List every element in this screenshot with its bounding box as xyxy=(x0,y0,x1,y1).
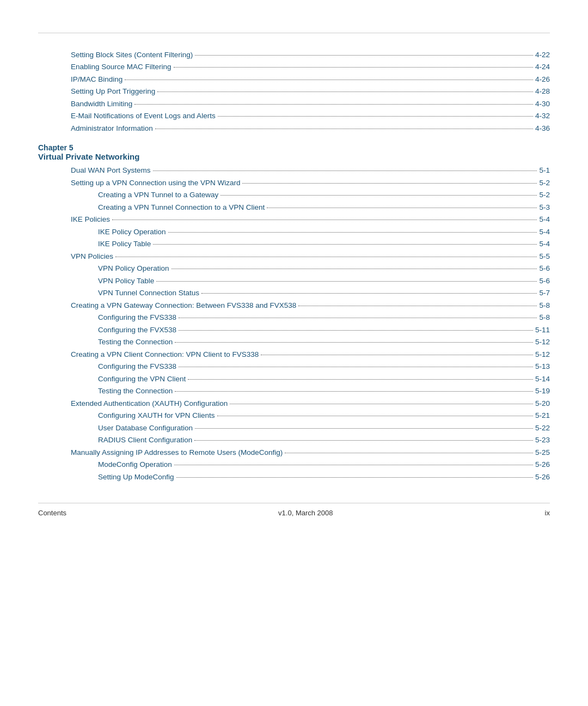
toc-link-ike-policy-table[interactable]: IKE Policy Table xyxy=(98,240,151,248)
toc-entry-modeconfig-operation[interactable]: ModeConfig Operation5-26 xyxy=(38,460,550,469)
toc-link-setting-up-modeconfig[interactable]: Setting Up ModeConfig xyxy=(98,473,174,481)
toc-after-chapter: Dual WAN Port Systems5-1Setting up a VPN… xyxy=(38,166,550,481)
toc-entry-vpn-policies[interactable]: VPN Policies5-5 xyxy=(38,251,550,260)
toc-entry-creating-vpn-client-connection[interactable]: Creating a VPN Client Connection: VPN Cl… xyxy=(38,349,550,358)
toc-link-ike-policies[interactable]: IKE Policies xyxy=(71,215,110,223)
toc-page-configuring-fvs338-1: 5-8 xyxy=(539,313,550,321)
toc-page-modeconfig-operation: 5-26 xyxy=(535,460,550,468)
toc-entry-extended-authentication[interactable]: Extended Authentication (XAUTH) Configur… xyxy=(38,398,550,407)
toc-entry-dual-wan-port[interactable]: Dual WAN Port Systems5-1 xyxy=(38,166,550,175)
toc-entry-configuring-xauth[interactable]: Configuring XAUTH for VPN Clients5-21 xyxy=(38,411,550,420)
toc-link-creating-vpn-tunnel-gateway[interactable]: Creating a VPN Tunnel to a Gateway xyxy=(98,191,218,199)
toc-entry-creating-vpn-gateway-connection[interactable]: Creating a VPN Gateway Connection: Betwe… xyxy=(38,300,550,309)
toc-dots-creating-vpn-client-connection xyxy=(261,348,533,355)
toc-entry-user-database-configuration[interactable]: User Database Configuration5-22 xyxy=(38,423,550,432)
toc-dots-user-database-configuration xyxy=(195,421,533,429)
toc-entry-setting-up-vpn[interactable]: Setting up a VPN Connection using the VP… xyxy=(38,178,550,187)
toc-entry-manually-assigning-ip[interactable]: Manually Assigning IP Addresses to Remot… xyxy=(38,447,550,457)
toc-entry-administrator-information[interactable]: Administrator Information4-36 xyxy=(38,123,550,132)
toc-link-user-database-configuration[interactable]: User Database Configuration xyxy=(98,424,193,432)
toc-dots-email-notifications xyxy=(218,109,533,117)
toc-page-vpn-policies: 5-5 xyxy=(539,252,550,260)
toc-entry-email-notifications[interactable]: E-Mail Notifications of Event Logs and A… xyxy=(38,111,550,120)
toc-entry-bandwidth-limiting[interactable]: Bandwidth Limiting4-30 xyxy=(38,99,550,108)
toc-link-vpn-policy-operation[interactable]: VPN Policy Operation xyxy=(98,264,169,272)
toc-entry-testing-connection-2[interactable]: Testing the Connection5-19 xyxy=(38,386,550,395)
toc-page-manually-assigning-ip: 5-25 xyxy=(535,448,550,457)
toc-entry-creating-vpn-tunnel-client[interactable]: Creating a VPN Tunnel Connection to a VP… xyxy=(38,202,550,211)
toc-dots-configuring-fvx538 xyxy=(179,323,533,331)
toc-entry-configuring-fvs338-1[interactable]: Configuring the FVS3385-8 xyxy=(38,313,550,322)
toc-page-testing-connection-2: 5-19 xyxy=(535,387,550,395)
toc-entry-radius-client-configuration[interactable]: RADIUS Client Configuration5-23 xyxy=(38,435,550,445)
toc-entry-ip-mac-binding[interactable]: IP/MAC Binding4-26 xyxy=(38,74,550,83)
toc-dots-configuring-fvs338-1 xyxy=(179,311,537,319)
toc-link-vpn-tunnel-connection-status[interactable]: VPN Tunnel Connection Status xyxy=(98,289,199,297)
toc-link-setting-block-sites[interactable]: Setting Block Sites (Content Filtering) xyxy=(71,51,193,59)
footer-right: ix xyxy=(545,509,550,517)
toc-page-administrator-information: 4-36 xyxy=(535,124,550,132)
toc-entry-vpn-policy-operation[interactable]: VPN Policy Operation5-6 xyxy=(38,264,550,273)
toc-link-extended-authentication[interactable]: Extended Authentication (XAUTH) Configur… xyxy=(71,399,228,407)
toc-entry-configuring-fvs338-2[interactable]: Configuring the FVS3385-13 xyxy=(38,362,550,371)
toc-dots-ike-policy-operation xyxy=(168,225,537,233)
toc-link-administrator-information[interactable]: Administrator Information xyxy=(71,124,153,132)
toc-link-configuring-fvs338-1[interactable]: Configuring the FVS338 xyxy=(98,313,176,321)
toc-link-email-notifications[interactable]: E-Mail Notifications of Event Logs and A… xyxy=(71,112,216,120)
toc-link-configuring-fvs338-2[interactable]: Configuring the FVS338 xyxy=(98,362,176,370)
toc-entry-setting-block-sites[interactable]: Setting Block Sites (Content Filtering)4… xyxy=(38,50,550,59)
toc-link-creating-vpn-gateway-connection[interactable]: Creating a VPN Gateway Connection: Betwe… xyxy=(71,301,296,309)
toc-link-vpn-policy-table[interactable]: VPN Policy Table xyxy=(98,277,154,285)
toc-link-configuring-fvx538[interactable]: Configuring the FVX538 xyxy=(98,326,176,334)
toc-link-configuring-vpn-client[interactable]: Configuring the VPN Client xyxy=(98,375,186,383)
toc-link-ike-policy-operation[interactable]: IKE Policy Operation xyxy=(98,228,166,236)
toc-entry-enabling-source-mac[interactable]: Enabling Source MAC Filtering4-24 xyxy=(38,62,550,71)
toc-page-configuring-vpn-client: 5-14 xyxy=(535,375,550,383)
toc-entry-setting-up-port-triggering[interactable]: Setting Up Port Triggering4-28 xyxy=(38,87,550,96)
toc-link-configuring-xauth[interactable]: Configuring XAUTH for VPN Clients xyxy=(98,411,215,419)
toc-dots-configuring-xauth xyxy=(217,409,533,417)
toc-entry-creating-vpn-tunnel-gateway[interactable]: Creating a VPN Tunnel to a Gateway5-2 xyxy=(38,190,550,199)
toc-link-setting-up-port-triggering[interactable]: Setting Up Port Triggering xyxy=(71,87,155,95)
toc-entry-vpn-tunnel-connection-status[interactable]: VPN Tunnel Connection Status5-7 xyxy=(38,288,550,297)
toc-dots-testing-connection-2 xyxy=(175,385,533,392)
toc-link-creating-vpn-tunnel-client[interactable]: Creating a VPN Tunnel Connection to a VP… xyxy=(98,203,265,211)
toc-dots-dual-wan-port xyxy=(153,164,537,172)
toc-page-configuring-xauth: 5-21 xyxy=(535,411,550,419)
toc-link-testing-connection-1[interactable]: Testing the Connection xyxy=(98,338,173,346)
toc-entry-ike-policy-table[interactable]: IKE Policy Table5-4 xyxy=(38,239,550,248)
toc-link-bandwidth-limiting[interactable]: Bandwidth Limiting xyxy=(71,100,132,108)
toc-page-bandwidth-limiting: 4-30 xyxy=(535,100,550,108)
toc-dots-configuring-fvs338-2 xyxy=(179,360,533,368)
toc-link-manually-assigning-ip[interactable]: Manually Assigning IP Addresses to Remot… xyxy=(71,448,283,457)
toc-dots-setting-up-modeconfig xyxy=(176,470,533,478)
toc-entry-setting-up-modeconfig[interactable]: Setting Up ModeConfig5-26 xyxy=(38,472,550,481)
toc-link-ip-mac-binding[interactable]: IP/MAC Binding xyxy=(71,75,122,83)
toc-entry-configuring-fvx538[interactable]: Configuring the FVX5385-11 xyxy=(38,325,550,334)
toc-page-dual-wan-port: 5-1 xyxy=(539,166,550,174)
toc-link-testing-connection-2[interactable]: Testing the Connection xyxy=(98,387,173,395)
toc-link-creating-vpn-client-connection[interactable]: Creating a VPN Client Connection: VPN Cl… xyxy=(71,350,259,358)
toc-page-email-notifications: 4-32 xyxy=(535,112,550,120)
toc-page-ike-policies: 5-4 xyxy=(539,215,550,223)
chapter-label: Chapter 5 xyxy=(38,143,550,152)
toc-entry-ike-policies[interactable]: IKE Policies5-4 xyxy=(38,215,550,224)
toc-link-dual-wan-port[interactable]: Dual WAN Port Systems xyxy=(71,166,151,174)
toc-page-ike-policy-table: 5-4 xyxy=(539,240,550,248)
toc-entry-configuring-vpn-client[interactable]: Configuring the VPN Client5-14 xyxy=(38,374,550,383)
toc-link-setting-up-vpn[interactable]: Setting up a VPN Connection using the VP… xyxy=(71,179,240,187)
toc-entry-ike-policy-operation[interactable]: IKE Policy Operation5-4 xyxy=(38,227,550,236)
toc-page-user-database-configuration: 5-22 xyxy=(535,424,550,432)
toc-dots-bandwidth-limiting xyxy=(134,97,533,105)
toc-dots-extended-authentication xyxy=(230,397,533,404)
toc-entry-vpn-policy-table[interactable]: VPN Policy Table5-6 xyxy=(38,276,550,285)
toc-link-enabling-source-mac[interactable]: Enabling Source MAC Filtering xyxy=(71,63,171,71)
toc-dots-ip-mac-binding xyxy=(125,72,533,80)
toc-entry-testing-connection-1[interactable]: Testing the Connection5-12 xyxy=(38,337,550,346)
toc-link-modeconfig-operation[interactable]: ModeConfig Operation xyxy=(98,460,172,468)
toc-link-vpn-policies[interactable]: VPN Policies xyxy=(71,252,113,260)
toc-page-creating-vpn-client-connection: 5-12 xyxy=(535,350,550,358)
toc-link-radius-client-configuration[interactable]: RADIUS Client Configuration xyxy=(98,436,192,444)
toc-dots-vpn-policy-operation xyxy=(171,262,537,270)
chapter-heading: Chapter 5 Virtual Private Networking xyxy=(38,143,550,161)
